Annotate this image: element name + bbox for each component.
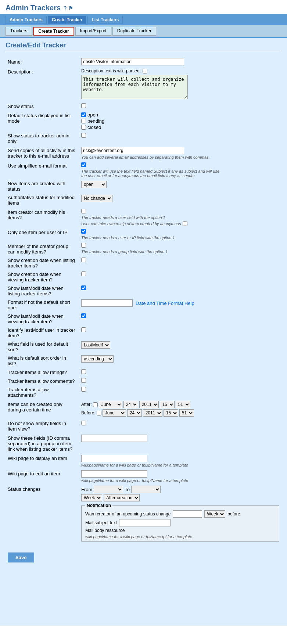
email-help: You can add several email addresses by s… (81, 155, 279, 159)
save-button[interactable]: Save (8, 553, 34, 562)
after-min-select[interactable]: 51 (176, 401, 190, 408)
format-input[interactable] (81, 299, 133, 307)
from-label: From (81, 487, 92, 492)
attachments-checkbox[interactable] (81, 387, 86, 392)
auth-status-label: Authoritative status for modified items (6, 193, 79, 207)
sub-navigation: Trackers Create Tracker Import/Export Du… (0, 25, 287, 38)
sub-nav-import-export[interactable]: Import/Export (75, 27, 111, 36)
item-creator-help1: The tracker needs a user field with the … (81, 215, 279, 220)
notification-box: Notification Warn creator of an upcoming… (81, 503, 279, 542)
description-textarea[interactable]: This tracker will collect and organize i… (81, 75, 188, 99)
simplified-email-label: Use simplified e-mail format (6, 161, 79, 179)
week-select[interactable]: Week (81, 494, 102, 501)
show-lastmodif-list-checkbox[interactable] (81, 285, 86, 290)
status-pending-label: pending (87, 118, 104, 124)
wiki-edit-help: wiki:pageName for a wiki page or tpl:tpl… (81, 478, 279, 483)
status-open-option[interactable]: open (81, 112, 276, 118)
after-checkbox[interactable] (93, 402, 98, 407)
after-month-select[interactable]: JuneJulyAugust (99, 401, 122, 408)
auth-status-select[interactable]: No change open pending closed (81, 195, 112, 202)
show-lastmodif-view-label: Show lastModif date when viewing tracker… (6, 312, 79, 326)
member-modify-checkbox[interactable] (81, 243, 86, 248)
before-day-select[interactable]: 24 (127, 409, 142, 417)
sort-order-select[interactable]: ascending descending (81, 355, 114, 363)
one-item-checkbox[interactable] (81, 229, 86, 234)
description-label: Description: (6, 67, 79, 102)
before-month-select[interactable]: JuneJulyAugust (103, 409, 126, 417)
popup-fields-label: Show these fields (ID comma separated) i… (6, 433, 79, 453)
status-closed-option[interactable]: closed (81, 125, 276, 130)
name-label: Name: (6, 57, 79, 67)
status-closed-label: closed (87, 125, 101, 130)
show-status-admin-checkbox[interactable] (81, 133, 86, 138)
simplified-email-help: The tracker will use the text field name… (81, 169, 221, 178)
after-year-select[interactable]: 2011 (139, 401, 159, 408)
top-nav-admin-trackers[interactable]: Admin Trackers (6, 16, 47, 24)
page-title: Admin Trackers ? ⚑ (6, 4, 281, 12)
top-nav-list-trackers[interactable]: List Trackers (87, 16, 123, 24)
link-icon[interactable]: ⚑ (68, 5, 73, 11)
show-creation-list-checkbox[interactable] (81, 258, 86, 262)
after-hour-select[interactable]: 15 (160, 401, 175, 408)
ratings-label: Tracker items allow ratings? (6, 368, 79, 377)
status-pending-option[interactable]: pending (81, 118, 276, 124)
simplified-email-checkbox[interactable] (81, 162, 86, 167)
send-copies-label: Send copies of all activity in this trac… (6, 145, 79, 161)
comments-label: Tracker items allow comments? (6, 377, 79, 385)
status-open-checkbox[interactable] (81, 112, 86, 117)
ratings-checkbox[interactable] (81, 369, 86, 374)
after-creation-select[interactable]: After creation (104, 494, 140, 501)
mail-body-help: wiki:pageName for a wiki page or tplName… (85, 535, 275, 539)
identify-lastmodif-label: Identify lastModif user in tracker item? (6, 326, 79, 340)
sub-nav-duplicate-tracker[interactable]: Duplicate Tracker (112, 27, 156, 36)
sort-order-label: What is default sort order in list? (6, 354, 79, 368)
item-creator-help2: User can take ownership of item created … (81, 222, 181, 226)
show-creation-view-checkbox[interactable] (81, 271, 86, 276)
before-year-select[interactable]: 2011 (143, 409, 162, 417)
no-empty-checkbox[interactable] (81, 421, 86, 425)
default-sort-label: What field is used for default sort? (6, 340, 79, 354)
new-items-status-select[interactable]: open pending closed (81, 181, 107, 188)
show-status-checkbox[interactable] (81, 103, 86, 108)
top-nav-create-tracker[interactable]: Create Tracker (48, 16, 86, 24)
after-day-select[interactable]: 24 (123, 401, 138, 408)
wiki-edit-input[interactable] (81, 470, 147, 478)
no-empty-label: Do not show empty fields in item view? (6, 419, 79, 433)
wiki-display-input[interactable] (81, 455, 147, 462)
section-title: Create/Edit Tracker (6, 42, 281, 51)
one-item-label: Only one item per user or IP (6, 227, 79, 241)
show-lastmodif-list-label: Show lastModif date when listing tracker… (6, 284, 79, 298)
mail-subject-input[interactable] (119, 519, 171, 526)
status-closed-checkbox[interactable] (81, 125, 86, 130)
wiki-display-label: Wiki page to display an item (6, 453, 79, 469)
warn-value-input[interactable] (173, 510, 202, 518)
from-select[interactable]: open pending closed (94, 486, 123, 493)
comments-checkbox[interactable] (81, 378, 86, 383)
identify-lastmodif-checkbox[interactable] (81, 327, 86, 332)
status-pending-checkbox[interactable] (81, 119, 86, 123)
sub-nav-trackers[interactable]: Trackers (6, 27, 32, 36)
before-word: before (227, 511, 240, 517)
show-creation-list-label: Show creation date when listing tracker … (6, 256, 79, 270)
status-changes-label: Status changes (6, 484, 79, 543)
item-creator-label: Item creator can modify his items? (6, 207, 79, 227)
before-min-select[interactable]: 51 (179, 409, 194, 417)
show-lastmodif-view-checkbox[interactable] (81, 313, 86, 318)
warn-week-select[interactable]: Week (204, 510, 225, 518)
before-hour-select[interactable]: 15 (164, 409, 178, 417)
status-open-label: open (87, 112, 98, 118)
name-input[interactable] (81, 58, 184, 65)
to-select[interactable]: open pending closed (131, 486, 161, 493)
popup-fields-input[interactable] (81, 435, 147, 442)
member-modify-label: Member of the creator group can modify i… (6, 241, 79, 256)
date-time-help-link[interactable]: Date and Time Format Help (136, 301, 194, 306)
wiki-parsed-checkbox[interactable] (143, 69, 147, 73)
item-creator-anon-checkbox[interactable] (183, 221, 187, 226)
default-sort-select[interactable]: LastModif Created (81, 341, 110, 349)
item-creator-checkbox[interactable] (81, 209, 86, 213)
wiki-display-help: wiki:pageName for a wiki page or tpl:tpl… (81, 463, 279, 467)
sub-nav-create-tracker[interactable]: Create Tracker (33, 27, 74, 36)
before-checkbox[interactable] (97, 411, 101, 415)
help-icon[interactable]: ? (64, 5, 67, 11)
email-input[interactable] (81, 147, 184, 154)
